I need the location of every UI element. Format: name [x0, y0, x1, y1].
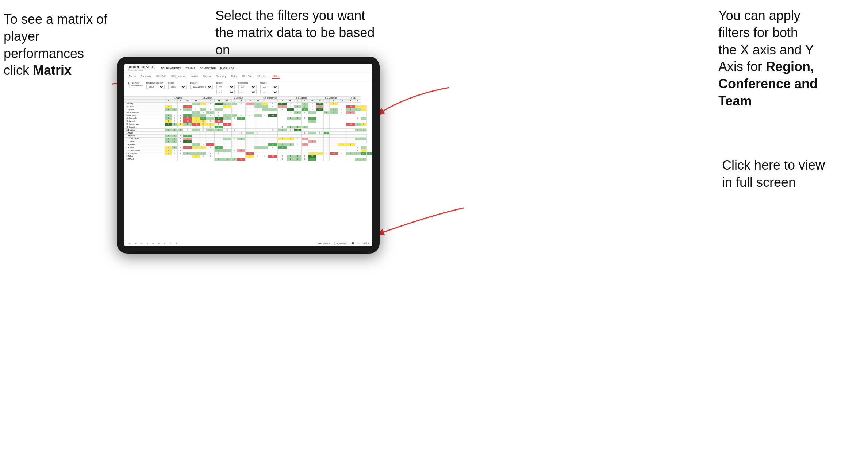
- matrix-cell: 2: [355, 105, 361, 108]
- nav-teams[interactable]: TEAMS: [186, 67, 195, 70]
- matrix-cell: 0: [302, 158, 308, 161]
- col-header-4: 4. M Thorbjornsen: [254, 97, 287, 100]
- matrix-cell: 24: [214, 117, 223, 120]
- matrix-cell: 0: [206, 114, 214, 117]
- matrix-cell: [308, 135, 316, 138]
- zoom-in-btn[interactable]: ⊕: [151, 242, 155, 245]
- region-select-2[interactable]: N/A: [216, 90, 235, 94]
- players-select-2[interactable]: (All): [260, 90, 279, 94]
- settings-btn[interactable]: ⚙: [174, 242, 178, 245]
- nav-rankings[interactable]: RANKINGS: [220, 67, 235, 70]
- matrix-cell: 0: [302, 117, 308, 120]
- matrix-cell: [231, 155, 237, 158]
- conference-select-2[interactable]: (All): [238, 90, 257, 94]
- matrix-cell: [206, 135, 214, 138]
- matrix-cell: -7: [302, 143, 308, 146]
- matrix-cell: [329, 135, 338, 138]
- matrix-cell: 1: [254, 105, 262, 108]
- compact-view-label[interactable]: Compact View: [130, 85, 142, 87]
- matrix-cell: 0: [206, 103, 214, 105]
- matrix-cell: [254, 129, 262, 132]
- matrix-cell: [237, 140, 246, 143]
- matrix-cell: 1: [231, 114, 237, 117]
- tab-players[interactable]: Players: [202, 74, 212, 79]
- matrix-cell: 2: [308, 152, 316, 155]
- matrix-cell: [237, 129, 246, 132]
- matrix-cell: [302, 114, 308, 117]
- col-header-name: [124, 97, 165, 100]
- matrix-cell: [262, 117, 268, 120]
- tab-summary[interactable]: Summary: [140, 74, 152, 79]
- scoreboard-logo: SCOREBOARD Powered by clippd: [128, 65, 153, 71]
- matrix-cell: [231, 123, 237, 126]
- matrix-cell: 1: [308, 111, 316, 114]
- matrix-cell: [237, 143, 246, 146]
- matrix-cell: [246, 120, 254, 123]
- watch-btn[interactable]: 👁 Watch ▾: [334, 242, 348, 245]
- pointer-btn[interactable]: ↗: [145, 242, 149, 245]
- matrix-cell: [172, 126, 178, 129]
- grid-btn[interactable]: ⊡: [169, 242, 172, 245]
- matrix-cell: 0: [231, 129, 237, 132]
- matrix-cell: [324, 155, 330, 158]
- matrix-cell: [177, 132, 183, 135]
- tab-h2h-grid2[interactable]: H2H Grid: [241, 74, 253, 79]
- present-btn[interactable]: ⬛: [350, 242, 355, 245]
- matrix-cell: 0: [177, 120, 183, 123]
- matrix-cell: [329, 120, 338, 123]
- gender-select[interactable]: Men's: [168, 85, 187, 89]
- matrix-cell: [183, 111, 192, 114]
- tab-h2h-heatmap[interactable]: H2H Heatmap: [170, 74, 187, 79]
- matrix-cell: [214, 135, 223, 138]
- zoom-out-btn[interactable]: ⊖: [157, 242, 161, 245]
- nav-committee[interactable]: COMMITTEE: [200, 67, 216, 70]
- tab-matrix-active[interactable]: Matrix: [272, 74, 281, 79]
- full-view-label[interactable]: Full View: [131, 82, 139, 84]
- matrix-cell: 2: [192, 155, 200, 158]
- tab-players-summary[interactable]: Summary: [215, 74, 227, 79]
- region-select-1[interactable]: N/A: [216, 85, 235, 89]
- matrix-cell: 0: [200, 126, 206, 129]
- matrix-cell: 0: [268, 146, 278, 149]
- matrix-cell: [294, 114, 302, 117]
- division-select[interactable]: NCAA Division I: [190, 85, 213, 89]
- gender-label: Gender: [168, 82, 187, 84]
- matrix-cell: [287, 152, 294, 155]
- wlt-l4: L: [262, 100, 268, 103]
- matrix-cell: [206, 132, 214, 135]
- matrix-cell: [214, 143, 223, 146]
- matrix-cell: [268, 140, 278, 143]
- players-select-1[interactable]: (All): [260, 85, 279, 89]
- tab-matrix[interactable]: Matrix: [190, 74, 199, 79]
- matrix-cell: [329, 146, 338, 149]
- matrix-cell: 0: [268, 129, 278, 132]
- division-label: Division: [190, 82, 213, 84]
- undo-btn[interactable]: ↩: [128, 242, 131, 245]
- fullscreen-btn[interactable]: ⛶: [357, 242, 361, 245]
- matrix-cell: [277, 152, 287, 155]
- conference-select-1[interactable]: (All): [238, 85, 257, 89]
- redo-btn[interactable]: ↪: [134, 242, 137, 245]
- matrix-cell: 0: [177, 135, 183, 138]
- fit-btn[interactable]: ⊞: [163, 242, 166, 245]
- tab-teams[interactable]: Teams: [128, 74, 137, 79]
- matrix-cell: [308, 149, 316, 152]
- matrix-cell: 1: [206, 111, 214, 114]
- tab-detail[interactable]: Detail: [230, 74, 238, 79]
- tab-h2hhe[interactable]: H2H He...: [256, 74, 269, 79]
- view-original-btn[interactable]: View: Original: [316, 242, 332, 245]
- tab-h2h-grid[interactable]: H2H Grid: [155, 74, 167, 79]
- matrix-cell: [338, 135, 346, 138]
- share-btn[interactable]: Share: [363, 242, 369, 244]
- matrix-cell: [324, 123, 330, 126]
- max-players-select[interactable]: Top 25: [146, 85, 165, 89]
- matrix-cell: 0: [262, 114, 268, 117]
- matrix-cell: [361, 155, 366, 158]
- matrix-cell: 2: [192, 120, 200, 123]
- table-row: 19. D Ford200200-20011013: [124, 155, 372, 158]
- matrix-cell: 1: [172, 146, 178, 149]
- refresh-btn[interactable]: ↺: [139, 242, 143, 245]
- nav-tournaments[interactable]: TOURNAMENTS: [161, 67, 181, 70]
- matrix-cell: 0: [294, 143, 302, 146]
- matrix-cell: 3: [361, 138, 366, 140]
